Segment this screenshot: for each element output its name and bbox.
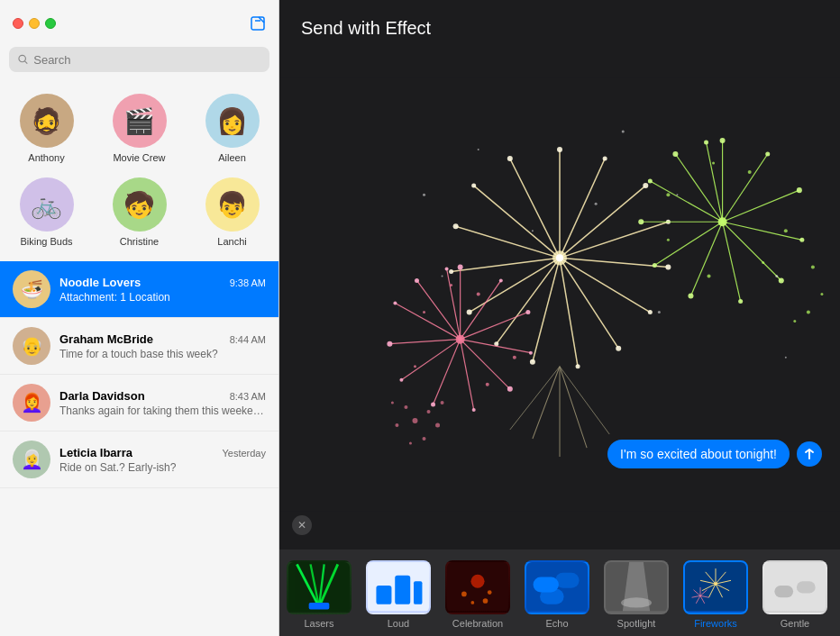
svg-point-91 bbox=[672, 151, 678, 157]
conv-name-graham-mcbride: Graham McBride bbox=[59, 332, 153, 346]
svg-point-53 bbox=[529, 351, 533, 355]
svg-point-144 bbox=[483, 598, 488, 604]
conv-header-noodle-lovers: Noodle Lovers 9:38 AM bbox=[59, 276, 266, 289]
fireworks-area: I'm so excited about tonight! bbox=[279, 39, 840, 550]
svg-point-51 bbox=[499, 278, 503, 282]
effect-item-spotlight[interactable]: Spotlight bbox=[597, 557, 676, 632]
svg-point-105 bbox=[412, 418, 417, 423]
svg-point-96 bbox=[708, 274, 711, 277]
compose-icon[interactable] bbox=[250, 15, 266, 32]
effect-item-echo[interactable]: Echo bbox=[517, 557, 597, 632]
svg-point-28 bbox=[576, 364, 580, 368]
minimize-button[interactable] bbox=[29, 18, 40, 29]
svg-point-87 bbox=[688, 293, 693, 298]
effect-item-lasers[interactable]: Lasers bbox=[279, 557, 359, 632]
svg-point-59 bbox=[393, 302, 397, 305]
conv-time-graham-mcbride: 8:44 AM bbox=[230, 334, 266, 345]
close-effect-button[interactable]: ✕ bbox=[292, 515, 312, 535]
conversation-item-darla-davidson[interactable]: 👩‍🦰 Darla Davidson 8:43 AM Thanks again … bbox=[0, 375, 278, 432]
svg-point-57 bbox=[399, 378, 403, 382]
contact-pin-biking-buds[interactable]: 🚲 Biking Buds bbox=[0, 170, 93, 254]
effect-item-loud[interactable]: Loud bbox=[359, 557, 438, 632]
svg-point-22 bbox=[603, 157, 607, 161]
svg-point-27 bbox=[616, 346, 621, 351]
svg-point-118 bbox=[775, 275, 778, 277]
svg-point-120 bbox=[595, 203, 598, 205]
svg-rect-137 bbox=[395, 576, 410, 604]
conv-content-noodle-lovers: Noodle Lovers 9:38 AM Attachment: 1 Loca… bbox=[59, 276, 266, 304]
conversation-item-noodle-lovers[interactable]: 🍜 Noodle Lovers 9:38 AM Attachment: 1 Lo… bbox=[0, 261, 278, 318]
effect-label-loud: Loud bbox=[388, 618, 409, 629]
svg-point-122 bbox=[658, 311, 661, 313]
send-button[interactable] bbox=[797, 441, 822, 467]
svg-point-143 bbox=[470, 601, 474, 604]
svg-point-95 bbox=[762, 261, 764, 264]
search-bar[interactable] bbox=[9, 47, 269, 72]
effect-thumbnail-lasers bbox=[287, 560, 352, 614]
svg-point-100 bbox=[811, 265, 815, 268]
conversation-item-leticia-ibarra[interactable]: 👩‍🦳 Leticia Ibarra Yesterday Ride on Sat… bbox=[0, 432, 278, 488]
svg-point-98 bbox=[666, 193, 670, 196]
svg-point-90 bbox=[648, 179, 653, 184]
svg-point-140 bbox=[470, 575, 484, 588]
effect-label-lasers: Lasers bbox=[304, 618, 333, 629]
conv-preview-graham-mcbride: Time for a touch base this week? bbox=[59, 348, 266, 360]
contact-name-lanchi: Lanchi bbox=[217, 236, 246, 247]
conv-header-leticia-ibarra: Leticia Ibarra Yesterday bbox=[59, 446, 266, 459]
search-input[interactable] bbox=[33, 53, 260, 67]
svg-line-4 bbox=[24, 61, 27, 64]
conv-content-graham-mcbride: Graham McBride 8:44 AM Time for a touch … bbox=[59, 332, 266, 360]
conv-preview-noodle-lovers: Attachment: 1 Location bbox=[59, 291, 266, 304]
svg-point-61 bbox=[445, 267, 449, 270]
avatar-aileen: 👩 bbox=[205, 94, 260, 148]
contact-pin-aileen[interactable]: 👩 Aileen bbox=[186, 86, 278, 170]
svg-point-119 bbox=[532, 230, 534, 232]
pinned-contacts: 🧔 Anthony 🎬 Movie Crew 👩 Aileen 🚲 Biking… bbox=[0, 79, 278, 261]
svg-point-88 bbox=[653, 263, 657, 268]
effect-thumbnail-echo bbox=[525, 560, 589, 614]
maximize-button[interactable] bbox=[45, 18, 56, 29]
contact-pin-anthony[interactable]: 🧔 Anthony bbox=[0, 86, 93, 170]
conversation-item-graham-mcbride[interactable]: 👴 Graham McBride 8:44 AM Time for a touc… bbox=[0, 318, 278, 375]
svg-rect-134 bbox=[309, 603, 330, 610]
contact-pin-movie-crew[interactable]: 🎬 Movie Crew bbox=[93, 86, 186, 170]
svg-point-60 bbox=[415, 278, 419, 283]
avatar-lanchi: 👦 bbox=[205, 177, 260, 232]
avatar-movie-crew: 🎬 bbox=[113, 94, 167, 148]
svg-rect-152 bbox=[685, 560, 746, 611]
svg-point-106 bbox=[427, 410, 431, 413]
svg-point-107 bbox=[404, 405, 407, 409]
svg-rect-170 bbox=[764, 560, 826, 611]
contact-name-christine: Christine bbox=[120, 236, 159, 247]
svg-rect-148 bbox=[555, 573, 579, 588]
svg-point-89 bbox=[638, 219, 644, 224]
svg-point-34 bbox=[471, 184, 476, 188]
conv-header-graham-mcbride: Graham McBride 8:44 AM bbox=[59, 332, 266, 346]
svg-point-65 bbox=[414, 365, 416, 368]
conv-content-darla-davidson: Darla Davidson 8:43 AM Thanks again for … bbox=[59, 389, 266, 417]
svg-rect-172 bbox=[797, 581, 816, 593]
svg-point-85 bbox=[779, 277, 784, 283]
svg-point-86 bbox=[738, 299, 743, 304]
effect-item-gentle[interactable]: Gentle bbox=[755, 557, 835, 632]
effect-item-celebration[interactable]: Celebration bbox=[438, 557, 517, 632]
effect-thumbnail-loud bbox=[366, 560, 431, 614]
conv-header-darla-davidson: Darla Davidson 8:43 AM bbox=[59, 389, 266, 403]
contact-pin-christine[interactable]: 🧒 Christine bbox=[93, 170, 186, 254]
svg-point-64 bbox=[513, 356, 516, 359]
effect-label-gentle: Gentle bbox=[781, 618, 809, 629]
effect-item-fireworks[interactable]: Fireworks bbox=[676, 557, 755, 632]
svg-point-101 bbox=[820, 293, 823, 295]
svg-point-58 bbox=[387, 341, 392, 347]
svg-point-103 bbox=[793, 320, 796, 323]
close-button[interactable] bbox=[13, 18, 23, 29]
contact-pin-lanchi[interactable]: 👦 Lanchi bbox=[186, 170, 278, 254]
effect-label-celebration: Celebration bbox=[452, 618, 503, 629]
effect-label-fireworks: Fireworks bbox=[694, 618, 737, 629]
svg-point-55 bbox=[472, 408, 476, 412]
svg-point-112 bbox=[441, 401, 444, 404]
svg-point-104 bbox=[718, 217, 727, 226]
svg-point-54 bbox=[507, 386, 513, 392]
effect-thumbnail-celebration bbox=[445, 560, 510, 614]
svg-point-108 bbox=[435, 422, 440, 427]
